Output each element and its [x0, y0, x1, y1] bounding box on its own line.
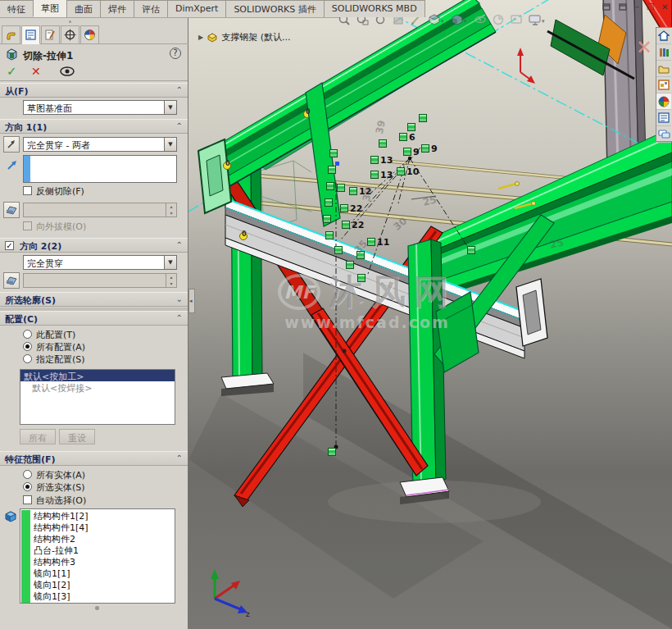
ok-button[interactable]: ✓ — [7, 64, 17, 79]
from-dropdown[interactable]: 草图基准面▼ — [23, 100, 177, 115]
autoselect-checkbox[interactable] — [23, 495, 32, 504]
file-explorer-icon[interactable] — [656, 61, 671, 77]
radio-selected-bodies-label[interactable]: 所选实体(S) — [36, 481, 85, 494]
minimize-button[interactable]: – — [635, 2, 639, 11]
flyout-feature-tree[interactable]: ▶ 支撑钢架 (默认... — [198, 31, 290, 43]
tab-features[interactable]: 特征 — [0, 0, 34, 17]
radio-this-config[interactable] — [23, 330, 32, 339]
sketch-relation-tag[interactable]: 22 — [342, 221, 350, 229]
radio-all-bodies-label[interactable]: 所有实体(A) — [36, 469, 85, 481]
sketch-relation-tag[interactable] — [467, 246, 475, 254]
manager-tab-strip[interactable] — [0, 25, 188, 44]
sketch-relation-tag[interactable] — [379, 139, 387, 148]
direction-reference-box[interactable] — [23, 155, 177, 183]
preview-eye-button[interactable] — [59, 66, 75, 77]
radio-all-configs-label[interactable]: 所有配置(A) — [36, 341, 85, 353]
section-direction1[interactable]: 方向 1(1)⌃ — [0, 119, 188, 134]
window-icon[interactable] — [619, 2, 628, 11]
propertymanager-tab[interactable] — [21, 25, 40, 44]
sketch-relation-tag[interactable] — [325, 231, 334, 239]
body-list-item[interactable]: 镜向1[1] — [20, 567, 175, 578]
section-configurations[interactable]: 配置(C)⌃ — [0, 311, 188, 326]
flip-side-label[interactable]: 反侧切除(F) — [36, 185, 84, 198]
flip-side-checkbox[interactable] — [23, 186, 32, 195]
sketch-point[interactable] — [335, 162, 339, 166]
draft-button[interactable] — [3, 202, 20, 218]
sketch-relation-tag[interactable] — [328, 166, 336, 174]
panel-splitter-tab[interactable]: ◂ — [188, 289, 195, 313]
tab-sketch[interactable]: 草图 — [33, 0, 67, 17]
sketch-relation-tag[interactable]: 13 — [370, 156, 379, 164]
body-list-item[interactable]: 结构构件1[2] — [20, 509, 175, 521]
reset-button[interactable]: 重设 — [59, 429, 95, 444]
sketch-relation-tag[interactable] — [419, 114, 427, 122]
radio-all-bodies[interactable] — [23, 470, 32, 479]
tab-sw-mbd[interactable]: SOLIDWORKS MBD — [324, 0, 425, 17]
sketch-relation-tag[interactable]: 6 — [399, 133, 407, 141]
sketch-relation-tag[interactable]: 10 — [397, 167, 405, 175]
direction2-dropdown[interactable]: 完全贯穿▼ — [23, 255, 177, 270]
sketch-relation-tag[interactable]: 12 — [349, 187, 357, 195]
document-window-controls[interactable]: – ❐ ✕ — [602, 2, 668, 11]
feature-scope-bodies-list[interactable]: 结构构件1[2] 结构构件1[4] 结构构件2 凸台-拉伸1 结构构件3 镜向1… — [20, 508, 175, 604]
radio-all-configs[interactable] — [23, 342, 32, 351]
sketch-relation-tag[interactable] — [328, 448, 336, 456]
body-list-item[interactable]: 镜向1[3] — [20, 590, 175, 601]
config-list-item[interactable]: 默认<按加工> — [20, 370, 175, 381]
section-direction2[interactable]: ✓ 方向 2(2)⌃ — [0, 238, 188, 253]
task-pane-strip[interactable] — [656, 27, 672, 142]
radio-specify-config-label[interactable]: 指定配置(S) — [36, 353, 85, 366]
appearance-icon[interactable] — [492, 13, 505, 26]
draft-angle-spinner-2[interactable]: ▴▾ — [23, 273, 177, 288]
configurationmanager-tab[interactable] — [41, 25, 60, 44]
radio-specify-config[interactable] — [23, 354, 32, 363]
forum-icon[interactable] — [656, 126, 671, 143]
end-condition-dropdown[interactable]: 完全贯穿 - 两者▼ — [23, 137, 177, 152]
sketch-relation-tag[interactable] — [337, 184, 345, 192]
body-list-item[interactable]: 结构构件3 — [20, 555, 175, 567]
draft-angle-spinner[interactable]: ▴▾ — [23, 203, 177, 217]
view-orientation-icon[interactable]: ▾ — [428, 13, 446, 26]
solidworks-resources-icon[interactable] — [656, 28, 671, 44]
sketch-relation-tag[interactable] — [357, 274, 366, 282]
section-feature-scope[interactable]: 特征范围(F)⌃ — [0, 451, 188, 466]
tab-weldments[interactable]: 焊件 — [100, 0, 134, 17]
displaymanager-tab[interactable] — [80, 25, 99, 44]
cancel-button[interactable]: ✕ — [31, 65, 41, 78]
sketch-relation-tag[interactable]: 22 — [340, 204, 348, 212]
tab-surfaces[interactable]: 曲面 — [66, 0, 101, 17]
close-button[interactable]: ✕ — [661, 2, 668, 11]
body-list-item[interactable]: 结构构件2 — [20, 532, 175, 544]
sketch-relation-tag[interactable] — [346, 261, 354, 269]
body-list-item[interactable]: 凸台-拉伸1 — [20, 544, 175, 555]
draft-button-2[interactable] — [3, 272, 20, 289]
design-library-icon[interactable] — [656, 44, 671, 61]
property-manager-panel[interactable]: 切除-拉伸1 ? ✓ ✕ 从(F)⌃ 草图基准面▼ 方向 1(1)⌃ 完全贯穿 … — [0, 18, 188, 629]
confirmation-corner-cancel[interactable]: ✕ — [636, 36, 652, 59]
sketch-relation-tag[interactable] — [325, 198, 333, 207]
body-list-item[interactable]: 结构构件1[4] — [20, 521, 175, 532]
expand-arrow-icon[interactable]: ▶ — [198, 34, 203, 41]
sketch-relation-tag[interactable]: 13 — [370, 171, 379, 179]
sketch-relation-tag[interactable] — [407, 123, 415, 131]
autoselect-label[interactable]: 自动选择(O) — [36, 495, 86, 507]
custom-properties-icon[interactable] — [656, 110, 671, 126]
sketch-relation-tag[interactable] — [334, 246, 343, 254]
hide-show-icon[interactable] — [474, 13, 487, 26]
graphics-viewport[interactable]: z ▶ 支撑钢架 (默认... ▾ ▾ ▾ – ❐ ✕ ✕ ◂ MF 沐风网 w… — [188, 0, 672, 629]
commandmanager-tab-bar[interactable]: 特征 草图 曲面 焊件 评估 DimXpert SOLIDWORKS 插件 SO… — [0, 0, 339, 18]
sketch-relation-tag[interactable] — [329, 149, 338, 157]
appearances-scenes-icon[interactable] — [656, 93, 671, 110]
config-list-item[interactable]: 默认<按焊接> — [20, 381, 175, 393]
tab-evaluate[interactable]: 评估 — [134, 0, 168, 17]
draft-outward-checkbox[interactable] — [23, 221, 32, 230]
restore-button[interactable]: ❐ — [647, 2, 654, 11]
radio-this-config-label[interactable]: 此配置(T) — [36, 329, 75, 341]
view-palette-icon[interactable] — [656, 77, 671, 93]
configurations-list[interactable]: 默认<按加工> 默认<按焊接> — [20, 369, 175, 425]
window-icon[interactable] — [602, 2, 611, 11]
sketch-relation-tag[interactable]: 9 — [403, 148, 411, 156]
section-contours[interactable]: 所选轮廓(S)⌄ — [0, 292, 188, 307]
flyout-tree-label[interactable]: 支撑钢架 (默认... — [221, 31, 290, 43]
tab-sw-addins[interactable]: SOLIDWORKS 插件 — [225, 0, 324, 17]
